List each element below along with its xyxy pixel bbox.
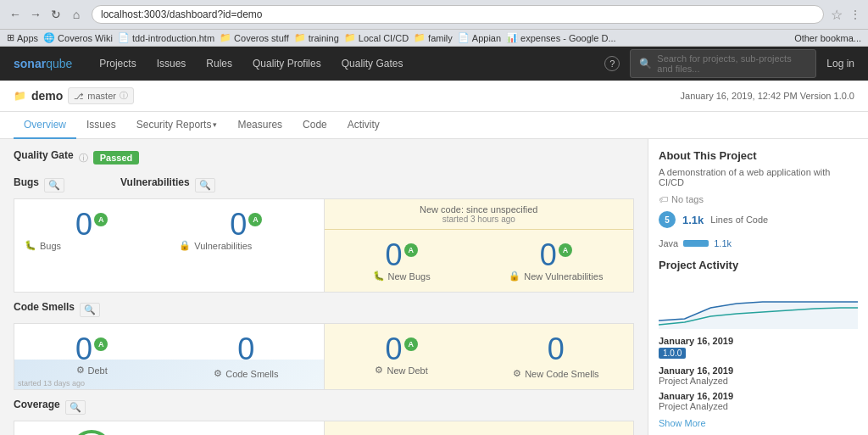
new-code-right: New code: since unspecified started 3 ho… [324,199,634,292]
activity-date-3: January 16, 2019 [659,391,858,401]
right-sidebar: About This Project A demonstration of a … [648,139,868,435]
debt-value: 0 [75,334,92,365]
tag-icon: 🏷 [659,194,668,204]
loc-count[interactable]: 1.1k [682,214,704,226]
bugs-metric: 0 A 🐛 Bugs [14,199,169,292]
lang-row: Java 1.1k [659,238,858,248]
show-more-link[interactable]: Show More [659,418,706,428]
project-name[interactable]: demo [31,89,63,103]
debt-metric: 0 A ⚙ Debt [14,324,169,389]
tab-measures[interactable]: Measures [227,112,292,139]
bookmark-expenses[interactable]: 📊 expenses - Google D... [506,32,616,43]
tab-issues[interactable]: Issues [76,112,126,139]
activity-text-2: Project Analyzed [659,401,858,411]
other-bookmarks[interactable]: Other bookma... [794,33,861,43]
about-title: About This Project [659,149,858,162]
bookmark-star[interactable]: ☆ [831,7,843,23]
login-link[interactable]: Log in [826,58,854,70]
lang-count: 1.1k [714,238,732,248]
coverage-metric: 93.9% Coverage [14,421,169,435]
tab-overview[interactable]: Overview [14,112,76,139]
debt-icon: ⚙ [76,365,85,376]
vuln-search-icon[interactable]: 🔍 [195,178,215,192]
sonarqube-header: sonarqube Projects Issues Rules Quality … [0,47,868,81]
tab-security-reports[interactable]: Security Reports ▾ [126,112,228,139]
nav-quality-gates[interactable]: Quality Gates [331,47,414,81]
loc-label: Lines of Code [710,215,768,225]
nav-issues[interactable]: Issues [147,47,197,81]
tab-activity[interactable]: Activity [337,112,390,139]
new-debt-value: 0 [386,334,403,365]
bookmark-coveros-stuff[interactable]: 📁 Coveros stuff [220,32,289,43]
activity-title: Project Activity [659,259,858,271]
activity-version: 1.0.0 [659,348,686,359]
left-content: Quality Gate ⓘ Passed Bugs 🔍 Vulnerabili… [0,139,648,435]
new-bugs-metric: 0 A 🐛 New Bugs [325,230,479,292]
bookmarks-bar: ⊞ Apps 🌐 Coveros Wiki 📄 tdd-introduction… [0,30,868,47]
bookmark-tdd[interactable]: 📄 tdd-introduction.htm [118,32,214,43]
coveros-icon: 📁 [220,32,231,43]
bookmark-cicd[interactable]: 📁 Local CI/CD [344,32,409,43]
refresh-button[interactable]: ↻ [47,6,64,23]
loc-circle: 5 [659,211,676,228]
coverage-circle [71,430,112,435]
code-smells-container: Code Smells 🔍 0 A ⚙ Debt [14,301,634,390]
bugs-value: 0 [75,209,92,240]
nav-buttons: ← → ↻ ⌂ [7,6,85,23]
new-smells-label: ⚙ New Code Smells [489,368,623,379]
nav-quality-profiles[interactable]: Quality Profiles [242,47,331,81]
new-code-sub: started 3 hours ago [331,215,627,224]
new-bug-icon: 🐛 [373,270,385,282]
vuln-metric: 0 A 🔒 Vulnerabilities [169,199,323,292]
smells-metric: 0 ⚙ Code Smells [169,324,323,389]
smells-label: ⚙ Code Smells [179,368,313,379]
new-code-metrics: 0 A 🐛 New Bugs 0 A [325,230,634,292]
lock-icon: 🔒 [179,240,191,251]
bookmark-family[interactable]: 📁 family [414,32,453,43]
browser-chrome: ← → ↻ ⌂ localhost:3003/dashboard?id=demo… [0,0,868,30]
quality-gate-status: Passed [93,151,140,165]
training-icon: 📁 [294,32,306,43]
vuln-label: Vulnerabilities [120,176,190,188]
new-bugs-value: 0 [386,240,403,270]
help-button[interactable]: ? [604,56,620,71]
debt-rating: A [94,337,108,351]
bookmark-apps[interactable]: ⊞ Apps [7,32,38,43]
new-lock-icon: 🔒 [509,270,520,282]
bugs-search-icon[interactable]: 🔍 [44,178,64,192]
code-smells-search-icon[interactable]: 🔍 [80,303,100,317]
activity-chart [659,278,858,329]
main-nav: Projects Issues Rules Quality Profiles Q… [89,47,413,81]
tab-code[interactable]: Code [292,112,337,139]
sonarqube-logo[interactable]: sonarqube [14,57,72,70]
search-bar[interactable]: 🔍 Search for projects, sub-projects and … [630,49,816,78]
quality-gate-info-icon[interactable]: ⓘ [79,152,88,165]
quality-gate-label: Quality Gate [14,149,74,161]
svg-marker-0 [659,302,858,329]
forward-button[interactable]: → [27,6,44,23]
back-button[interactable]: ← [7,6,24,23]
home-button[interactable]: ⌂ [68,6,85,23]
wiki-icon: 🌐 [43,32,55,43]
bugs-rating: A [94,213,108,226]
bugs-vuln-container: Bugs 🔍 Vulnerabilities 🔍 0 A 🐛 Bugs [14,176,634,293]
header-right: ? 🔍 Search for projects, sub-projects an… [604,49,854,78]
branch-badge[interactable]: ⎇ master ⓘ [68,87,134,104]
more-options[interactable]: ⋮ [849,8,861,21]
new-smells-value: 0 [548,332,565,366]
branch-name: master [87,91,116,101]
activity-date-2: January 16, 2019 [659,365,858,376]
project-header: 📁 demo ⎇ master ⓘ January 16, 2019, 12:4… [0,81,868,112]
bugs-label: Bugs [14,176,39,188]
bookmark-training[interactable]: 📁 training [294,32,339,43]
coverage-search-icon[interactable]: 🔍 [65,400,86,415]
tdd-icon: 📄 [118,32,130,43]
nav-rules[interactable]: Rules [196,47,242,81]
address-bar[interactable]: localhost:3003/dashboard?id=demo [92,5,824,24]
coverage-left: 93.9% Coverage 94 Unit Tests [14,421,324,435]
about-section: About This Project A demonstration of a … [659,149,858,248]
nav-projects[interactable]: Projects [89,47,146,81]
new-debt-icon: ⚙ [375,365,383,376]
bookmark-appian[interactable]: 📄 Appian [458,32,501,43]
bookmark-coveros-wiki[interactable]: 🌐 Coveros Wiki [43,32,113,43]
